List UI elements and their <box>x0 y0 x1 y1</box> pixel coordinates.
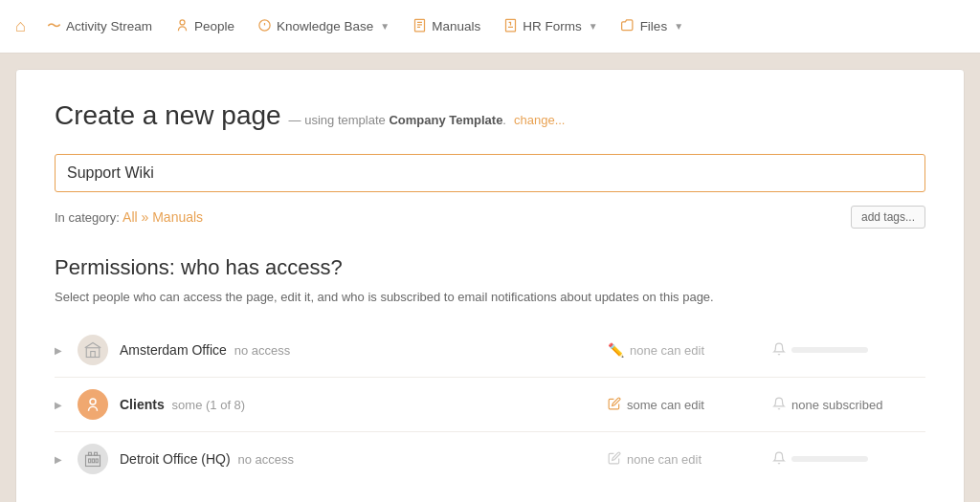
content-card: Create a new page — using template Compa… <box>15 69 965 502</box>
permissions-title: Permissions: who has access? <box>55 255 925 280</box>
clients-notify-icon <box>772 397 786 413</box>
amsterdam-edit-text: none can edit <box>630 343 704 358</box>
page-title: Create a new page <box>55 100 281 131</box>
clients-edit-section: some can edit <box>608 397 761 413</box>
nav-item-people[interactable]: People <box>166 12 244 41</box>
people-icon <box>175 18 189 35</box>
nav-item-manuals[interactable]: Manuals <box>403 12 490 41</box>
manuals-icon <box>412 18 427 35</box>
svg-rect-18 <box>96 459 98 463</box>
add-tags-button[interactable]: add tags... <box>851 206 925 229</box>
amsterdam-name: Amsterdam Office no access <box>120 342 596 358</box>
detroit-access: no access <box>238 452 295 467</box>
template-suffix: . <box>502 113 506 127</box>
detroit-edit-section: none can edit <box>608 451 761 468</box>
detroit-edit-text: none can edit <box>627 452 702 467</box>
svg-rect-10 <box>86 348 100 358</box>
files-icon <box>621 18 635 35</box>
perm-row-amsterdam: ▶ Amsterdam Office no access ✏️ none can… <box>55 323 925 378</box>
clients-access: some (1 of 8) <box>172 398 246 412</box>
main-wrapper: Create a new page — using template Compa… <box>0 54 980 502</box>
nav-item-activity-stream[interactable]: 〜 Activity Stream <box>37 11 162 41</box>
page-name-input[interactable] <box>55 154 925 192</box>
detroit-name: Detroit Office (HQ) no access <box>120 451 596 467</box>
svg-rect-17 <box>92 459 94 463</box>
nav-label-hr-forms: HR Forms <box>523 19 582 33</box>
detroit-avatar <box>78 444 108 474</box>
change-template-link[interactable]: change... <box>514 113 566 127</box>
amsterdam-avatar <box>78 335 108 365</box>
clients-edit-icon <box>608 397 621 413</box>
clients-edit-text: some can edit <box>627 398 704 412</box>
template-info: — using template Company Template. <box>289 113 506 127</box>
svg-point-0 <box>180 19 185 24</box>
knowledge-base-chevron: ▼ <box>380 21 390 32</box>
svg-rect-16 <box>89 459 91 463</box>
expand-amsterdam-chevron[interactable]: ▶ <box>55 345 66 356</box>
detroit-edit-icon <box>608 451 621 468</box>
clients-notify-text: none subscribed <box>791 398 882 412</box>
perm-row-clients: ▶ Clients some (1 of 8) some can edit <box>55 378 925 432</box>
home-icon[interactable]: ⌂ <box>15 16 26 36</box>
nav-label-knowledge-base: Knowledge Base <box>277 19 373 33</box>
clients-avatar <box>78 389 108 420</box>
perm-row-detroit: ▶ Detroit Office (HQ) no access none can… <box>55 432 925 486</box>
amsterdam-notify-section <box>772 342 925 359</box>
hr-forms-icon <box>503 18 518 35</box>
detroit-notify-bar <box>791 456 868 462</box>
category-label: In category: <box>55 210 120 225</box>
knowledge-base-icon <box>257 18 272 35</box>
category-row: In category: All » Manuals add tags... <box>55 206 925 229</box>
nav-item-hr-forms[interactable]: HR Forms ▼ <box>494 12 607 41</box>
permissions-desc: Select people who can access the page, e… <box>55 290 925 304</box>
nav-label-files: Files <box>640 19 668 33</box>
category-path-link[interactable]: All » Manuals <box>122 209 203 225</box>
nav-item-files[interactable]: Files ▼ <box>612 12 693 41</box>
nav-label-people: People <box>194 19 234 33</box>
nav-label-activity-stream: Activity Stream <box>66 19 152 33</box>
nav-label-manuals: Manuals <box>432 19 480 33</box>
hr-forms-chevron: ▼ <box>589 21 598 32</box>
clients-notify-section: none subscribed <box>772 397 925 413</box>
template-prefix: — using template <box>289 113 386 127</box>
activity-stream-icon: 〜 <box>47 17 61 35</box>
amsterdam-edit-section: ✏️ none can edit <box>608 342 761 358</box>
svg-rect-15 <box>95 452 98 455</box>
svg-rect-11 <box>91 352 96 358</box>
amsterdam-notify-bar <box>791 347 868 353</box>
amsterdam-notify-icon <box>772 342 786 359</box>
navbar: ⌂ 〜 Activity Stream People Knowledge Bas… <box>0 0 980 54</box>
page-title-row: Create a new page — using template Compa… <box>55 100 925 131</box>
template-name: Company Template <box>389 113 502 127</box>
svg-point-12 <box>90 399 96 404</box>
amsterdam-access: no access <box>234 343 291 358</box>
files-chevron: ▼ <box>674 21 683 32</box>
svg-rect-14 <box>89 452 92 455</box>
detroit-notify-icon <box>772 451 786 468</box>
detroit-notify-section <box>772 451 925 468</box>
expand-clients-chevron[interactable]: ▶ <box>55 400 66 410</box>
clients-name: Clients some (1 of 8) <box>120 397 596 412</box>
category-info: In category: All » Manuals <box>55 209 203 225</box>
amsterdam-edit-icon: ✏️ <box>608 342 624 358</box>
nav-item-knowledge-base[interactable]: Knowledge Base ▼ <box>248 12 399 41</box>
expand-detroit-chevron[interactable]: ▶ <box>55 454 66 465</box>
